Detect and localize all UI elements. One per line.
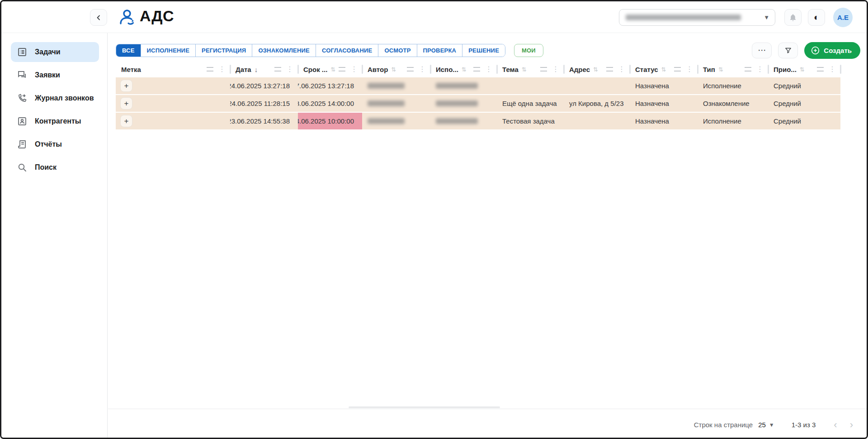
tab-inspection[interactable]: ОСМОТР (378, 44, 416, 57)
sidebar-item-tasks[interactable]: Задачи (11, 42, 99, 62)
sort-icon[interactable]: ⇅ (330, 66, 335, 73)
column-drag-handle[interactable] (606, 67, 613, 72)
organization-select[interactable]: ▼ (619, 9, 775, 26)
sidebar-item-label: Контрагенты (35, 117, 81, 125)
search-icon (17, 162, 28, 173)
column-header-address[interactable]: Адрес ⇅ ⋮ (564, 61, 630, 77)
column-menu-icon[interactable]: ⋮ (552, 66, 559, 73)
column-drag-handle[interactable] (473, 67, 480, 72)
rows-per-page-select[interactable]: 25 ▼ (758, 421, 774, 429)
column-menu-icon[interactable]: ⋮ (829, 66, 836, 73)
column-header-subject[interactable]: Тема ⇅ ⋮ (497, 61, 564, 77)
theme-toggle-button[interactable]: ◐ (808, 9, 825, 26)
column-header-priority[interactable]: Прио... ⇅ ⋮ (768, 61, 840, 77)
tab-acquaintance[interactable]: ОЗНАКОМЛЕНИЕ (252, 44, 316, 57)
column-header-date[interactable]: Дата ↓ ⋮ (230, 61, 298, 77)
sort-desc-icon[interactable]: ↓ (255, 66, 258, 73)
avatar-initials: А.Е (837, 14, 849, 21)
sidebar-item-label: Задачи (35, 48, 61, 56)
tab-decision[interactable]: РЕШЕНИЕ (462, 44, 505, 57)
expand-row-button[interactable]: + (120, 97, 132, 110)
tab-approval[interactable]: СОГЛАСОВАНИЕ (316, 44, 378, 57)
cell-status: Назначена (630, 77, 698, 94)
column-drag-handle[interactable] (407, 67, 414, 72)
sort-icon[interactable]: ⇅ (522, 66, 527, 73)
cell-deadline: 28.06.2025 14:00:00 (298, 95, 362, 112)
column-menu-icon[interactable]: ⋮ (756, 66, 764, 73)
tab-check[interactable]: ПРОВЕРКА (417, 44, 462, 57)
column-menu-icon[interactable]: ⋮ (485, 66, 492, 73)
cell-status: Назначена (630, 95, 698, 112)
column-header-deadline[interactable]: Срок ... ⇅ ⋮ (298, 61, 362, 77)
sidebar-item-label: Отчёты (35, 140, 62, 148)
dark-mode-contrast-icon: ◐ (814, 12, 819, 23)
tab-my-tasks[interactable]: МОИ (514, 44, 543, 57)
tasks-list-icon (17, 47, 28, 57)
redacted-organization-text (626, 14, 741, 20)
requests-chat-icon (17, 70, 28, 81)
chevron-down-icon: ▼ (769, 422, 774, 428)
table-body: + 24.06.2025 13:27:18 27.06.2025 13:27:1… (116, 77, 840, 130)
sort-icon[interactable]: ⇅ (718, 66, 723, 73)
table-row[interactable]: + 24.06.2025 11:28:15 28.06.2025 14:00:0… (116, 95, 840, 112)
sidebar-item-search[interactable]: Поиск (11, 157, 99, 177)
column-header-author[interactable]: Автор ⇅ ⋮ (362, 61, 430, 77)
sort-icon[interactable]: ⇅ (391, 66, 396, 73)
column-drag-handle[interactable] (540, 67, 547, 72)
column-drag-handle[interactable] (817, 67, 824, 72)
column-menu-icon[interactable]: ⋮ (618, 66, 625, 73)
table-row[interactable]: + 24.06.2025 13:27:18 27.06.2025 13:27:1… (116, 77, 840, 94)
sidebar-item-requests[interactable]: Заявки (11, 65, 99, 85)
column-menu-icon[interactable]: ⋮ (686, 66, 693, 73)
create-task-button[interactable]: Создать (804, 42, 860, 59)
column-drag-handle[interactable] (207, 67, 213, 72)
sort-icon[interactable]: ⇅ (462, 66, 467, 73)
redacted-executor-text (436, 118, 478, 124)
cell-date: 24.06.2025 13:27:18 (230, 77, 298, 94)
horizontal-scrollbar-thumb[interactable] (349, 406, 500, 408)
notifications-button[interactable] (784, 9, 802, 26)
column-drag-handle[interactable] (745, 67, 751, 72)
cell-status: Назначена (630, 113, 698, 129)
expand-row-button[interactable]: + (120, 80, 132, 92)
sidebar-item-reports[interactable]: Отчёты (11, 134, 99, 154)
reports-receipt-icon (17, 139, 28, 150)
table-row[interactable]: + 23.06.2025 14:55:38 24.06.2025 10:00:0… (116, 113, 840, 129)
sidebar-item-contractors[interactable]: Контрагенты (11, 111, 99, 131)
more-actions-button[interactable]: ⋯ (752, 43, 772, 58)
app-window: АДС ▼ ◐ А.Е Задачи (0, 0, 868, 439)
sort-icon[interactable]: ⇅ (661, 66, 666, 73)
cell-priority: Средний (768, 95, 840, 112)
column-header-executor[interactable]: Испо... ⇅ ⋮ (430, 61, 497, 77)
call-log-icon (17, 93, 28, 104)
chevron-left-icon (96, 15, 101, 20)
sort-icon[interactable]: ⇅ (593, 66, 598, 73)
next-page-button[interactable]: › (847, 420, 856, 430)
tab-all[interactable]: ВСЕ (116, 44, 141, 57)
expand-row-button[interactable]: + (120, 115, 132, 127)
cell-subject: Ещё одна задача (497, 95, 564, 112)
cell-type: Исполнение (698, 113, 768, 129)
sidebar-item-call-log[interactable]: Журнал звонков (11, 88, 99, 108)
column-drag-handle[interactable] (674, 67, 681, 72)
column-header-label[interactable]: Метка ⋮ (116, 61, 230, 77)
column-header-status[interactable]: Статус ⇅ ⋮ (630, 61, 698, 77)
previous-page-button[interactable]: ‹ (831, 420, 840, 430)
column-header-type[interactable]: Тип ⇅ ⋮ (698, 61, 768, 77)
table-header: Метка ⋮ Дата ↓ ⋮ Срок ... ⇅ ⋮ Автор ⇅ ⋮ … (116, 61, 840, 77)
tab-execution[interactable]: ИСПОЛНЕНИЕ (141, 44, 195, 57)
sort-icon[interactable]: ⇅ (800, 66, 805, 73)
sidebar-collapse-button[interactable] (90, 9, 107, 26)
tab-registration[interactable]: РЕГИСТРАЦИЯ (195, 44, 252, 57)
chevron-down-icon: ▼ (764, 14, 769, 21)
column-menu-icon[interactable]: ⋮ (350, 66, 358, 73)
column-drag-handle[interactable] (274, 67, 281, 72)
column-menu-icon[interactable]: ⋮ (286, 66, 293, 73)
column-menu-icon[interactable]: ⋮ (419, 66, 426, 73)
user-avatar[interactable]: А.Е (833, 8, 853, 27)
rows-per-page-value: 25 (758, 421, 766, 429)
cell-address: ул Кирова, д 5/23 (564, 95, 630, 112)
filter-button[interactable] (778, 43, 798, 58)
column-menu-icon[interactable]: ⋮ (218, 66, 226, 73)
column-drag-handle[interactable] (339, 67, 345, 72)
